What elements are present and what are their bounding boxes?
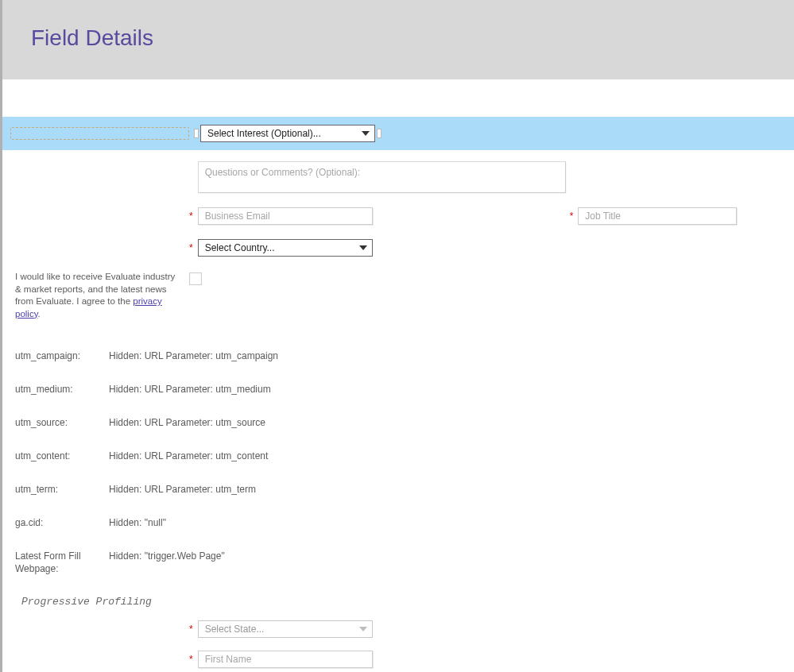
row-consent: I would like to receive Evaluate industr… [2,271,794,320]
selected-form-row[interactable]: Select Interest (Optional)... [2,117,794,150]
resize-handle-right[interactable] [377,129,382,138]
row-state: * Select State... [2,620,794,638]
progressive-profiling-heading: Progressive Profiling [2,593,794,620]
hidden-field-row[interactable]: utm_content: Hidden: URL Parameter: utm_… [15,450,794,462]
consent-label: I would like to receive Evaluate industr… [10,271,189,320]
resize-handle-left[interactable] [194,129,199,138]
business-email-input[interactable] [198,207,373,225]
hidden-field-label: utm_content: [15,450,109,462]
hidden-field-row[interactable]: utm_campaign: Hidden: URL Parameter: utm… [15,350,794,361]
required-asterisk: * [189,651,193,668]
country-select-text: Select Country... [205,242,275,253]
hidden-field-label: utm_medium: [15,384,109,395]
chevron-down-icon [359,627,367,631]
drop-slot[interactable] [10,127,189,140]
hidden-field-label: Latest Form Fill Webpage: [15,550,109,575]
consent-text-b: . [38,309,41,319]
chevron-down-icon [359,245,367,250]
hidden-field-label: ga.cid: [15,517,109,528]
hidden-fields-list: utm_campaign: Hidden: URL Parameter: utm… [2,344,794,575]
page-title: Field Details [31,25,794,51]
state-select-text: Select State... [205,624,265,635]
comments-textarea[interactable] [198,161,566,193]
row-comments: * [2,161,794,193]
row-email-jobtitle: * * [2,207,794,225]
hidden-field-row[interactable]: utm_term: Hidden: URL Parameter: utm_ter… [15,484,794,495]
hidden-field-value: Hidden: URL Parameter: utm_term [109,484,256,495]
hidden-field-label: utm_campaign: [15,350,109,361]
hidden-field-row[interactable]: utm_source: Hidden: URL Parameter: utm_s… [15,417,794,428]
hidden-field-value: Hidden: URL Parameter: utm_source [109,417,265,428]
hidden-field-row[interactable]: utm_medium: Hidden: URL Parameter: utm_m… [15,384,794,395]
required-asterisk: * [189,207,193,225]
consent-checkbox[interactable] [189,272,202,285]
page-header: Field Details [2,0,794,79]
country-select[interactable]: Select Country... [198,239,373,257]
required-asterisk: * [570,207,574,225]
hidden-field-value: Hidden: URL Parameter: utm_medium [109,384,271,395]
hidden-field-row[interactable]: ga.cid: Hidden: "null" [15,517,794,528]
hidden-field-value: Hidden: "trigger.Web Page" [109,550,225,575]
hidden-field-value: Hidden: "null" [109,517,166,528]
interest-select-text: Select Interest (Optional)... [207,128,321,139]
job-title-input[interactable] [578,207,737,225]
row-first-name: * [2,651,794,668]
hidden-field-label: utm_term: [15,484,109,495]
first-name-input[interactable] [198,651,373,668]
hidden-field-value: Hidden: URL Parameter: utm_campaign [109,350,278,361]
interest-select[interactable]: Select Interest (Optional)... [200,125,375,142]
state-select[interactable]: Select State... [198,620,373,638]
hidden-field-label: utm_source: [15,417,109,428]
required-asterisk: * [189,620,193,638]
hidden-field-row[interactable]: Latest Form Fill Webpage: Hidden: "trigg… [15,550,794,575]
row-country: * Select Country... [2,239,794,257]
hidden-field-value: Hidden: URL Parameter: utm_content [109,450,268,462]
required-asterisk: * [189,239,193,257]
form-canvas: Select Interest (Optional)... * * * * Se… [2,79,794,668]
chevron-down-icon [362,131,370,136]
